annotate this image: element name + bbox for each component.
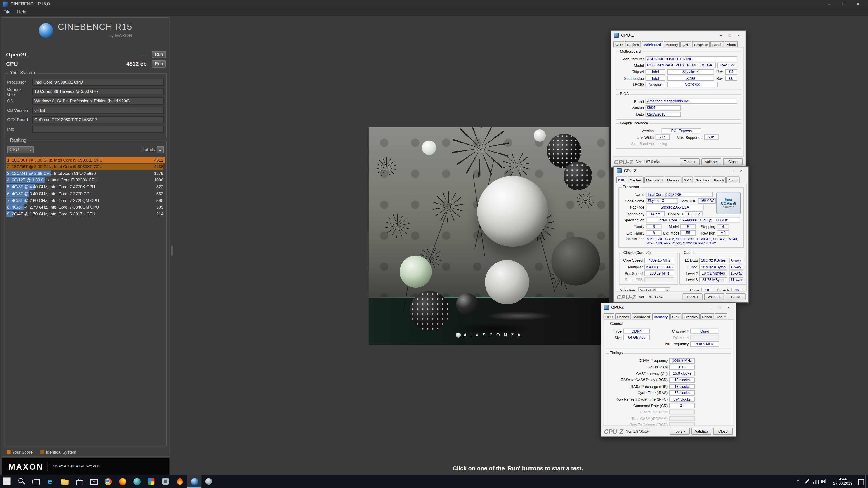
window-controls: – □ × xyxy=(822,0,865,8)
cpuz-tab[interactable]: About xyxy=(725,41,738,47)
menu-item[interactable]: File xyxy=(3,9,11,14)
search-icon[interactable] xyxy=(14,475,29,488)
start-button[interactable] xyxy=(0,475,14,488)
cpuz-tab[interactable]: SPD xyxy=(682,176,693,183)
validate-button[interactable]: Validate xyxy=(691,428,711,435)
cpuz-tab[interactable]: Graphics xyxy=(694,176,712,183)
action-center-icon[interactable] xyxy=(857,477,865,486)
ranking-row[interactable]: 7. 4C/8T @ 2.60 GHz, Intel Core i7-3720Q… xyxy=(6,197,165,204)
cpuz-tab[interactable]: Memory xyxy=(652,313,670,320)
model-rev-field: Rev 1.xx xyxy=(717,63,737,68)
cpuz-tab[interactable]: Caches xyxy=(615,313,631,319)
cpuz-tab[interactable]: Caches xyxy=(625,41,641,47)
field-label: Technology xyxy=(622,212,645,216)
volume-icon[interactable] xyxy=(820,477,829,486)
ranking-row[interactable]: 3. 12C/24T @ 2.66 GHz, Intel Xeon CPU X5… xyxy=(6,170,165,177)
family-field: 6 xyxy=(646,224,662,229)
maxon-tagline: 3D FOR THE REAL WORLD xyxy=(53,465,100,468)
cpuz-tab[interactable]: About xyxy=(715,313,727,319)
cpuz-tab[interactable]: Bench xyxy=(710,41,724,47)
clocks-group: Clocks (Core #0) Core Speed 4809.16 MHz … xyxy=(619,253,678,285)
edge-icon[interactable] xyxy=(43,475,58,488)
mail-icon[interactable] xyxy=(86,475,101,488)
maximize-icon[interactable]: □ xyxy=(836,0,851,8)
firefox-icon[interactable] xyxy=(115,475,129,488)
lpcio-vendor-field: Nuvoton xyxy=(646,82,665,87)
cpuz-tab[interactable]: Bench xyxy=(712,176,726,183)
minimize-icon[interactable]: – xyxy=(822,0,837,8)
socket-selection-value: Socket #1 xyxy=(640,288,656,291)
cinebench-icon[interactable] xyxy=(187,475,202,488)
cpuz-tab[interactable]: Graphics xyxy=(692,41,710,47)
close-icon[interactable]: × xyxy=(724,303,733,311)
photos-icon[interactable] xyxy=(144,475,158,488)
timing-row: FSB:DRAM 1:16 xyxy=(610,364,727,370)
cpuz-tab[interactable]: Graphics xyxy=(682,313,700,319)
ranking-row[interactable]: 8. 4C/8T @ 2.79 GHz, Intel Core i7-3840Q… xyxy=(6,204,165,210)
cpu-run-button[interactable]: Run xyxy=(152,60,166,67)
close-icon[interactable]: × xyxy=(734,31,743,39)
validate-button[interactable]: Validate xyxy=(704,293,724,300)
tools-label: Tools xyxy=(684,159,692,165)
taskbar-clock[interactable]: 4:44 27.03.2019 xyxy=(829,477,856,486)
timing-label: RAS# to CAS# Delay (tRCD) xyxy=(610,378,668,382)
cpuz-tab[interactable]: Memory xyxy=(663,41,680,47)
cpuz-tab[interactable]: CPU xyxy=(613,41,625,47)
store-icon[interactable] xyxy=(72,475,86,488)
close-icon[interactable]: × xyxy=(851,0,865,8)
maxon-footer: MAXON 3D FOR THE REAL WORLD xyxy=(2,458,169,475)
model-field: ROG RAMPAGE VI EXTREME OMEGA xyxy=(646,63,716,68)
show-desktop-button[interactable] xyxy=(865,475,868,488)
cpuz-titlebar[interactable]: CPU-Z – □ × xyxy=(614,166,748,175)
cpuz-tab[interactable]: Mainboard xyxy=(642,41,663,47)
details-button[interactable]: ≡ xyxy=(157,146,164,153)
cpuz-tab[interactable]: CPU xyxy=(616,176,627,183)
cpuz-tab[interactable]: Memory xyxy=(665,176,682,183)
nb-frequency-field: 898.5 MHz xyxy=(690,341,719,347)
cpuz-tab[interactable]: SPD xyxy=(670,313,681,319)
opengl-run-button[interactable]: Run xyxy=(152,51,166,58)
close-button[interactable]: Close xyxy=(726,293,746,300)
minimize-icon[interactable]: – xyxy=(706,303,715,311)
cpuz-tab[interactable]: CPU xyxy=(603,313,615,319)
cpuz-tab[interactable]: Mainboard xyxy=(644,176,664,183)
ranking-row[interactable]: 1. 18C/36T @ 3.00 GHz, Intel Core i9-998… xyxy=(6,157,165,163)
ranking-row[interactable]: 2. 18C/36T @ 3.00 GHz, Intel Core i9-998… xyxy=(6,163,165,170)
close-button[interactable]: Close xyxy=(713,428,733,435)
panel-splitter[interactable] xyxy=(171,246,173,256)
ranking-filter-dropdown[interactable]: CPU ▼ xyxy=(7,146,34,153)
cpuz-titlebar[interactable]: CPU-Z – □ × xyxy=(611,31,746,39)
system-row-label: CB Version xyxy=(7,108,31,113)
ranking-row[interactable]: 4. 6C/12T @ 3.30 GHz, Intel Core i7-3930… xyxy=(6,177,165,184)
socket-selection-dropdown[interactable]: Socket #1 ▼ xyxy=(638,287,671,292)
cpuz-tab[interactable]: Bench xyxy=(700,313,714,319)
flame-app-icon[interactable] xyxy=(173,475,187,488)
chrome-icon[interactable] xyxy=(101,475,115,488)
tools-button[interactable]: Tools▼ xyxy=(670,428,690,435)
cpuz-titlebar[interactable]: CPU-Z – □ × xyxy=(601,303,736,312)
cpuz-icon[interactable] xyxy=(202,475,216,488)
ranking-row[interactable]: 5. 4C/8T @ 4.40 GHz, Intel Core i7-4770K… xyxy=(6,184,165,190)
tools-button[interactable]: Tools▼ xyxy=(680,158,700,165)
task-view-icon[interactable] xyxy=(29,475,43,488)
tools-button[interactable]: Tools▼ xyxy=(683,293,703,300)
ranking-row[interactable]: 9. 2C/4T @ 1.70 GHz, Intel Core i5-3317U… xyxy=(6,210,165,217)
validate-button[interactable]: Validate xyxy=(702,158,721,165)
close-button[interactable]: Close xyxy=(723,158,743,165)
maxon-logo: MAXON xyxy=(8,462,43,471)
cpuz-tab[interactable]: Mainboard xyxy=(631,313,652,319)
cpuz-tab[interactable]: Caches xyxy=(628,176,644,183)
close-icon[interactable]: × xyxy=(737,167,746,174)
app-window-icon[interactable] xyxy=(158,475,173,488)
menu-item[interactable]: Help xyxy=(17,9,26,14)
browser-icon[interactable] xyxy=(129,475,144,488)
tray-chevron-up-icon[interactable]: ^ xyxy=(794,479,803,484)
pen-icon[interactable] xyxy=(803,477,811,486)
minimize-icon[interactable]: – xyxy=(716,31,725,39)
cpuz-tab[interactable]: About xyxy=(726,176,739,183)
cpuz-tab[interactable]: SPD xyxy=(680,41,691,47)
file-explorer-icon[interactable] xyxy=(58,475,72,488)
minimize-icon[interactable]: – xyxy=(719,167,728,174)
network-icon[interactable] xyxy=(811,477,820,486)
ranking-row[interactable]: 6. 4C/8T @ 3.40 GHz, Intel Core i7-3770 … xyxy=(6,190,165,197)
